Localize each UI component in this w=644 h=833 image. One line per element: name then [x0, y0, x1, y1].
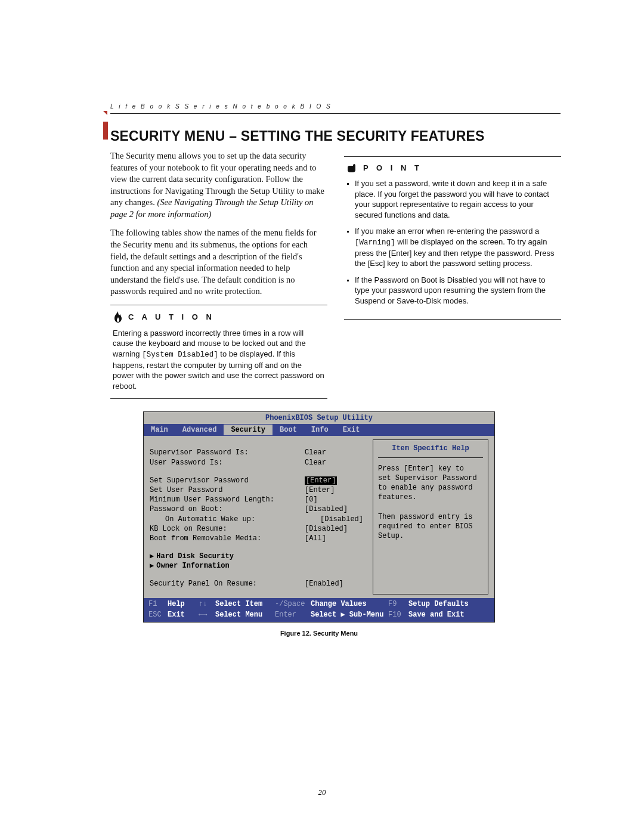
bios-footer-hotkey: F1 — [148, 599, 168, 609]
bios-field-value: [0] — [305, 495, 318, 504]
bios-help-line — [378, 502, 483, 512]
point-title: P O I N T — [363, 163, 422, 174]
bios-help-title: Item Specific Help — [378, 444, 483, 457]
bios-tabs: MainAdvancedSecurityBootInfoExit — [144, 424, 494, 436]
bios-field-row[interactable]: Set Supervisor Password[Enter] — [150, 476, 363, 485]
bios-screen: PhoenixBIOS Setup Utility MainAdvancedSe… — [143, 411, 495, 623]
bios-footer-hotkey: F9 — [388, 599, 408, 609]
bios-footer-hotkey: ←→ — [199, 610, 215, 620]
bios-field-value: [Disabled] — [305, 504, 348, 514]
bios-field-value: [Enter] — [305, 476, 337, 485]
bios-help-line: required to enter BIOS — [378, 522, 483, 531]
point-item-2: If you make an error when re-entering th… — [355, 226, 559, 269]
caution-head: C A U T I O N — [113, 311, 325, 323]
bios-field-label-text: Owner Information — [156, 562, 229, 570]
submenu-arrow-icon: ▶ — [150, 552, 156, 561]
bios-blank-row — [150, 467, 363, 476]
bios-footer-hotkey-label: Setup Defaults — [408, 599, 490, 609]
bios-field-row[interactable]: On Automatic Wake up:[Disabled] — [150, 515, 363, 524]
bios-help-pane: Item Specific Help Press [Enter] key tos… — [373, 439, 488, 594]
bios-figure: PhoenixBIOS Setup Utility MainAdvancedSe… — [143, 411, 495, 637]
bios-title: PhoenixBIOS Setup Utility — [144, 412, 494, 424]
bios-footer-hotkey: -/Space — [275, 599, 311, 609]
bios-field-row[interactable]: Security Panel On Resume:[Enabled] — [150, 579, 363, 589]
bios-tab-security[interactable]: Security — [224, 425, 273, 435]
bios-footer-hotkey-label: Save and Exit — [408, 610, 490, 620]
point-item-1: If you set a password, write it down and… — [355, 178, 559, 220]
bios-footer-hotkey-label: Select Menu — [215, 610, 275, 620]
point-head: P O I N T — [346, 163, 559, 174]
bios-blank-row — [150, 571, 363, 579]
bios-blank-row — [150, 543, 363, 552]
bios-field-label: Set User Password — [150, 485, 305, 495]
bios-field-row[interactable]: Set User Password[Enter] — [150, 485, 363, 495]
bios-help-line: Press [Enter] key to — [378, 464, 483, 473]
left-column: The Security menu allows you to set up t… — [110, 150, 327, 399]
bios-field-row[interactable]: Supervisor Password Is:Clear — [150, 448, 363, 457]
bios-field-value: [Enter] — [305, 485, 335, 495]
bios-tab-info[interactable]: Info — [304, 425, 336, 435]
bios-body: Supervisor Password Is:ClearUser Passwor… — [144, 436, 494, 598]
bios-field-row[interactable]: ▶Hard Disk Security — [150, 552, 363, 561]
bios-field-label: Supervisor Password Is: — [150, 448, 305, 457]
point-box: P O I N T If you set a password, write i… — [344, 156, 561, 320]
bios-footer-hotkey-label: Exit — [168, 610, 199, 620]
page-number: 20 — [0, 788, 644, 797]
bios-help-text: Press [Enter] key toset Supervisor Passw… — [378, 464, 483, 541]
bios-help-line: set Supervisor Password — [378, 473, 483, 483]
bios-field-label-text: Hard Disk Security — [156, 552, 234, 561]
bios-field-value: Clear — [305, 458, 326, 467]
bios-help-line: Setup. — [378, 531, 483, 541]
point-list: If you set a password, write it down and… — [346, 178, 559, 306]
bios-field-value: [Disabled] — [305, 524, 348, 534]
bios-tab-main[interactable]: Main — [144, 425, 175, 435]
caution-title: C A U T I O N — [128, 312, 215, 323]
bios-field-label: On Automatic Wake up: — [150, 515, 320, 524]
hand-point-icon — [346, 163, 358, 174]
running-head: L i f e B o o k S S e r i e s N o t e b … — [110, 100, 561, 114]
bios-field-row[interactable]: User Password Is:Clear — [150, 458, 363, 467]
bios-tab-advanced[interactable]: Advanced — [175, 425, 224, 435]
bios-footer-hotkey-label: Select Item — [215, 599, 275, 609]
intro-para-2: The following tables show the names of t… — [110, 227, 327, 297]
caution-box: C A U T I O N Entering a password incorr… — [110, 305, 327, 400]
bios-footer-hotkey: ESC — [148, 610, 168, 620]
bios-field-value: Clear — [305, 448, 326, 457]
bios-field-label: Minimum User Password Length: — [150, 495, 305, 504]
bios-field-row[interactable]: Minimum User Password Length:[0] — [150, 495, 363, 504]
caution-text: Entering a password incorrectly three ti… — [113, 328, 325, 392]
caution-code: [System Disabled] — [142, 351, 218, 359]
point-2a: If you make an error when re-entering th… — [355, 227, 539, 236]
bios-field-label: Set Supervisor Password — [150, 476, 305, 485]
accent-bar-icon — [103, 122, 108, 140]
submenu-arrow-icon: ▶ — [150, 562, 156, 570]
bios-help-line: features. — [378, 493, 483, 502]
columns: The Security menu allows you to set up t… — [110, 150, 561, 399]
right-column: P O I N T If you set a password, write i… — [344, 150, 561, 399]
bios-field-label: Password on Boot: — [150, 504, 305, 514]
bios-field-row[interactable]: ▶Owner Information — [150, 561, 363, 571]
bios-footer-hotkey: ↑↓ — [199, 599, 215, 609]
bios-field-row[interactable]: Password on Boot:[Disabled] — [150, 504, 363, 514]
bios-field-value: [All] — [305, 534, 326, 543]
bios-left-pane: Supervisor Password Is:ClearUser Passwor… — [150, 439, 363, 594]
point-2-code: [Warning] — [355, 239, 395, 247]
bios-footer-hotkey-label: Select ▶ Sub-Menu — [311, 610, 388, 620]
accent-triangle-icon — [103, 111, 107, 115]
bios-field-row[interactable]: Boot from Removable Media:[All] — [150, 534, 363, 543]
bios-field-label: Boot from Removable Media: — [150, 534, 305, 543]
bios-footer: F1Help↑↓Select Item-/SpaceChange ValuesF… — [144, 598, 494, 621]
manual-page: L i f e B o o k S S e r i e s N o t e b … — [0, 0, 644, 833]
flame-icon — [113, 311, 123, 323]
bios-footer-hotkey: F10 — [388, 610, 408, 620]
bios-field-label: User Password Is: — [150, 458, 305, 467]
bios-tab-boot[interactable]: Boot — [273, 425, 304, 435]
section-title: SECURITY MENU – SETTING THE SECURITY FEA… — [110, 128, 485, 144]
bios-field-label: KB Lock on Resume: — [150, 524, 305, 534]
running-head-text: L i f e B o o k S S e r i e s N o t e b … — [110, 103, 332, 110]
point-item-3: If the Password on Boot is Disabled you … — [355, 275, 559, 306]
bios-help-line: Then password entry is — [378, 512, 483, 522]
bios-footer-hotkey-label: Help — [168, 599, 199, 609]
bios-tab-exit[interactable]: Exit — [336, 425, 367, 435]
bios-field-row[interactable]: KB Lock on Resume:[Disabled] — [150, 524, 363, 534]
